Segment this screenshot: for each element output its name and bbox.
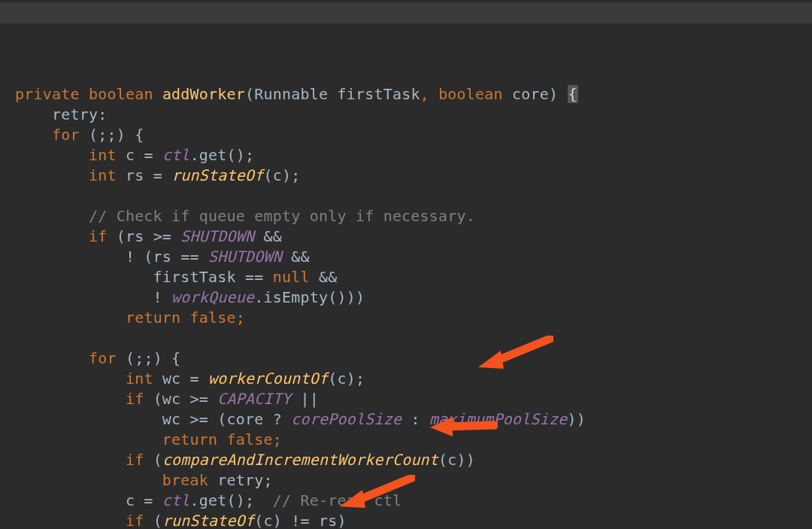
code-line: int wc = workerCountOf(c); bbox=[15, 369, 365, 388]
svg-marker-0 bbox=[478, 351, 504, 369]
code-line: int rs = runStateOf(c); bbox=[15, 166, 301, 184]
code-editor: private boolean addWorker(Runnable first… bbox=[0, 0, 812, 529]
annotation-arrow-2 bbox=[430, 375, 498, 479]
code-line: break retry; bbox=[15, 471, 273, 489]
code-line: private boolean addWorker(Runnable first… bbox=[15, 85, 578, 103]
code-line: return false; bbox=[15, 309, 245, 327]
code-line: firstTask == null && bbox=[15, 268, 337, 286]
caret-brace: { bbox=[568, 85, 578, 103]
code-line: return false; bbox=[15, 430, 282, 448]
code-line: // Check if queue empty only if necessar… bbox=[15, 207, 475, 225]
svg-marker-2 bbox=[340, 490, 365, 508]
code-line: wc >= (core ? corePoolSize : maximumPool… bbox=[15, 410, 586, 428]
code-line: if (rs >= SHUTDOWN && bbox=[15, 227, 282, 245]
code-line: for (;;) { bbox=[15, 349, 180, 367]
code-line: retry: bbox=[15, 105, 107, 123]
current-line-highlight bbox=[0, 2, 812, 23]
code-line: ! workQueue.isEmpty())) bbox=[15, 288, 365, 306]
code-line: int c = ctl.get(); bbox=[15, 146, 254, 164]
code-line: ! (rs == SHUTDOWN && bbox=[15, 248, 310, 266]
code-line: if (wc >= CAPACITY || bbox=[15, 390, 319, 408]
annotation-arrow-3 bbox=[340, 434, 415, 529]
svg-marker-1 bbox=[430, 417, 453, 436]
code-line: if (runStateOf(c) != rs) bbox=[15, 512, 347, 529]
code-line: for (;;) { bbox=[15, 126, 144, 144]
